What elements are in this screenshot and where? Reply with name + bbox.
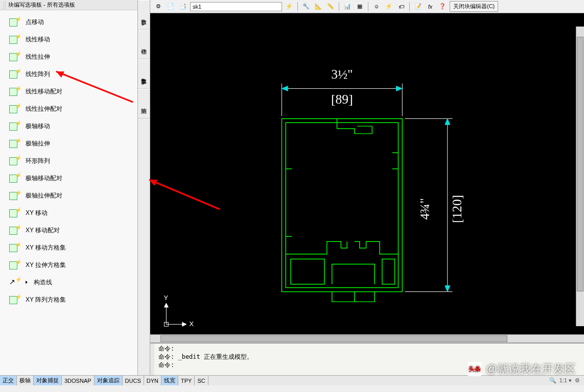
action-item-15[interactable]: ↗构造线	[0, 274, 137, 291]
action-item-7[interactable]: 极轴拉伸	[0, 135, 137, 152]
command-drag-handle[interactable]	[150, 344, 154, 375]
action-item-3[interactable]: 线性阵列	[0, 65, 137, 83]
svg-text:Y: Y	[163, 294, 168, 302]
action-item-2[interactable]: 线性拉伸	[0, 48, 137, 65]
tool-icon-1[interactable]: ⚙	[153, 2, 163, 12]
action-icon	[9, 191, 21, 200]
panel-title-bar[interactable]: 块编写选项板 - 所有选项板	[0, 0, 137, 10]
status-toggle-正交[interactable]: 正交	[0, 376, 17, 385]
watermark-logo-icon: 头条	[468, 362, 482, 376]
action-label: 极轴移动配对	[26, 174, 62, 183]
action-icon	[9, 87, 21, 96]
action-icon	[9, 69, 21, 79]
gear-icon[interactable]: ⚙	[575, 377, 580, 384]
side-tab-3[interactable]: 约束	[138, 89, 150, 118]
tool-icon-4[interactable]: ⚡	[284, 2, 294, 12]
action-item-9[interactable]: 极轴移动配对	[0, 169, 137, 187]
tool-icon-9[interactable]: ▦	[355, 2, 365, 12]
status-toggle-对象追踪[interactable]: 对象追踪	[95, 376, 123, 385]
action-label: 环形阵列	[26, 157, 50, 165]
watermark-text: @就说我在开发区	[486, 361, 576, 377]
action-item-13[interactable]: XY 移动方格集	[0, 239, 137, 256]
status-spacer	[208, 376, 545, 385]
tool-icon-10[interactable]: ⛭	[371, 2, 382, 12]
action-item-8[interactable]: 环形阵列	[0, 152, 137, 169]
action-icon	[9, 243, 21, 252]
action-item-16[interactable]: XY 阵列方格集	[0, 291, 137, 308]
action-item-11[interactable]: XY 移动	[0, 204, 137, 222]
vertical-scrollbar[interactable]	[576, 27, 584, 326]
tool-icon-7[interactable]: 📏	[325, 2, 336, 12]
separator	[339, 2, 339, 11]
svg-marker-10	[445, 118, 450, 125]
action-item-6[interactable]: 极轴移动	[0, 117, 137, 135]
action-label: 构造线	[34, 278, 52, 287]
scale-value[interactable]: 1:1 ▾	[559, 377, 572, 384]
command-prompt: 命令:	[158, 361, 174, 369]
drag-handle-icon[interactable]	[3, 2, 6, 9]
block-editor-toolbar: ⚙ 📄 📑 ⚡ 🔧 📐 📏 📊 ▦ ⛭ ⚡ 🏷 📝 fx ❓ 关闭块编辑器(C)	[150, 0, 584, 13]
panel-title-text: 块编写选项板 - 所有选项板	[8, 1, 75, 9]
command-history-line: 命令: _bedit 正在重生成模型。	[158, 353, 581, 361]
tool-icon-11[interactable]: ⚡	[384, 2, 394, 12]
action-item-12[interactable]: XY 移动配对	[0, 222, 137, 239]
action-item-0[interactable]: 点移动	[0, 13, 137, 31]
tool-icon-13[interactable]: 📝	[413, 2, 423, 12]
status-toggle-TPY[interactable]: TPY	[178, 376, 195, 385]
tool-icon-6[interactable]: 📐	[313, 2, 323, 12]
status-toggle-对象捕捉[interactable]: 对象捕捉	[34, 376, 62, 385]
action-label: XY 移动	[26, 209, 48, 217]
side-tab-2[interactable]: 参数集	[138, 59, 150, 89]
status-toggle-3DOSNAP[interactable]: 3DOSNAP	[62, 376, 95, 385]
scale-icon[interactable]: 🔍	[549, 377, 556, 384]
action-label: 线性阵列	[26, 70, 50, 79]
action-icon	[9, 208, 21, 217]
status-info: 🔍1:1 ▾⚙	[545, 376, 584, 385]
action-label: XY 拉伸方格集	[26, 261, 66, 270]
action-list: 点移动线性移动线性拉伸线性阵列线性移动配对线性拉伸配对极轴移动极轴拉伸环形阵列极…	[0, 10, 137, 375]
side-tab-1[interactable]: 动作	[138, 30, 150, 59]
action-label: 线性移动配对	[26, 87, 62, 96]
separator	[409, 2, 410, 11]
separator	[368, 2, 368, 11]
status-toggle-SC[interactable]: SC	[195, 376, 208, 385]
action-icon	[9, 156, 21, 165]
tool-icon-8[interactable]: 📊	[342, 2, 353, 12]
tool-icon-5[interactable]: 🔧	[301, 2, 311, 12]
action-icon	[9, 295, 21, 304]
svg-marker-4	[396, 86, 403, 91]
tool-icon-14[interactable]: ❓	[437, 2, 448, 12]
drawing-canvas[interactable]: 3½" [89] 4¾" [120] X Y	[150, 13, 584, 334]
command-history-line: 命令:	[158, 345, 581, 353]
action-icon	[9, 226, 21, 235]
status-toggle-DUCS[interactable]: DUCS	[123, 376, 144, 385]
tool-icon-2[interactable]: 📄	[166, 2, 176, 12]
side-tab-strip: 参数动作参数集约束	[138, 0, 150, 375]
action-label: 极轴拉伸	[26, 139, 50, 148]
tool-icon-12[interactable]: 🏷	[396, 2, 406, 12]
horizontal-scrollbar[interactable]	[150, 334, 584, 342]
tool-icon-3[interactable]: 📑	[178, 2, 188, 12]
action-label: XY 移动方格集	[26, 243, 66, 252]
action-item-1[interactable]: 线性移动	[0, 31, 137, 48]
svg-marker-3	[282, 86, 288, 91]
status-toggle-线宽[interactable]: 线宽	[161, 376, 178, 385]
action-label: 线性拉伸配对	[26, 105, 62, 113]
svg-marker-19	[182, 322, 186, 326]
status-toggle-DYN[interactable]: DYN	[144, 376, 161, 385]
h-scroll-thumb[interactable]	[160, 335, 507, 342]
block-name-input[interactable]	[190, 2, 282, 11]
action-label: 极轴移动	[26, 122, 50, 131]
close-block-editor-button[interactable]: 关闭块编辑器(C)	[450, 1, 498, 12]
status-toggle-极轴[interactable]: 极轴	[17, 376, 34, 385]
drawing-area-container: ⚙ 📄 📑 ⚡ 🔧 📐 📏 📊 ▦ ⛭ ⚡ 🏷 📝 fx ❓ 关闭块编辑器(C)	[150, 0, 584, 375]
action-item-5[interactable]: 线性拉伸配对	[0, 100, 137, 117]
action-item-4[interactable]: 线性移动配对	[0, 83, 137, 100]
action-item-10[interactable]: 极轴拉伸配对	[0, 187, 137, 204]
action-item-14[interactable]: XY 拉伸方格集	[0, 256, 137, 274]
side-tab-0[interactable]: 参数	[138, 0, 150, 30]
svg-text:4¾": 4¾"	[417, 198, 432, 219]
v-scroll-thumb[interactable]	[577, 37, 583, 291]
action-icon	[9, 260, 21, 270]
fx-icon[interactable]: fx	[425, 2, 435, 12]
